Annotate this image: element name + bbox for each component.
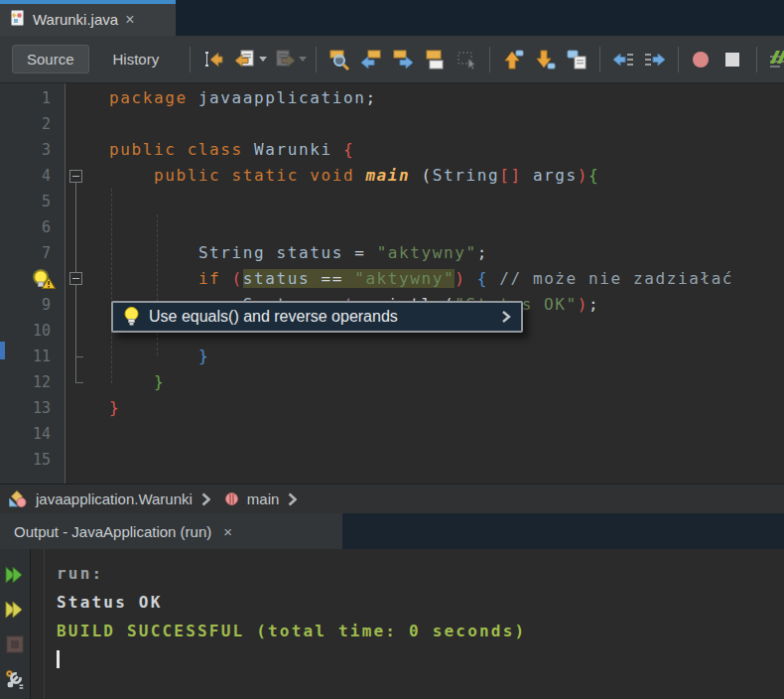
code-token: args (533, 166, 578, 185)
code-token (109, 269, 198, 288)
output-tab-close-icon[interactable]: × (223, 523, 232, 540)
line-number: 4 (0, 163, 65, 189)
code-line[interactable] (66, 214, 784, 240)
code-token: { (343, 140, 354, 159)
hint-bulb-warning-icon[interactable] (31, 268, 58, 299)
toolbar-separator (316, 47, 317, 72)
source-view-button[interactable]: Source (12, 45, 89, 73)
tab-close-icon[interactable]: × (125, 8, 134, 29)
code-token: public static void (154, 166, 354, 185)
code-token: javaapplication (198, 88, 366, 107)
output-lines: run:Status OKBUILD SUCCESSFUL (total tim… (57, 559, 784, 645)
fold-collapse-icon[interactable] (69, 170, 82, 183)
line-number: 14 (0, 421, 65, 447)
jump-last-edit-icon[interactable] (201, 48, 225, 71)
code-token (466, 269, 477, 288)
previous-occurrence-icon[interactable] (359, 48, 383, 71)
code-line[interactable]: public class Warunki { (66, 137, 784, 163)
shift-right-icon[interactable] (643, 48, 667, 71)
code-token: "aktywny" (354, 269, 455, 288)
next-occurrence-icon[interactable] (391, 48, 415, 71)
code-line[interactable] (66, 189, 784, 214)
record-macro-icon[interactable] (690, 48, 714, 71)
line-number: 12 (0, 369, 65, 395)
code-token: main (365, 166, 410, 185)
code-token (220, 269, 231, 288)
line-number: 7 (0, 240, 65, 266)
editor-hint-tooltip[interactable]: Use equals() and reverse operands (111, 301, 523, 333)
line-number: 6 (0, 214, 65, 240)
code-line[interactable] (66, 421, 784, 447)
move-down-icon[interactable] (533, 48, 557, 71)
duplicate-line-icon[interactable] (565, 48, 588, 71)
back-icon[interactable] (233, 48, 257, 71)
output-tab-bar: Output - JavaApplication (run) × (0, 513, 784, 549)
output-panel: run:Status OKBUILD SUCCESSFUL (total tim… (0, 549, 784, 699)
code-token (188, 88, 198, 107)
shift-left-icon[interactable] (611, 48, 635, 71)
code-token (109, 372, 154, 391)
line-number: 3 (0, 137, 65, 163)
code-line[interactable]: public static void main (String[] args){ (66, 163, 784, 189)
code-token: ) (578, 166, 588, 185)
output-console[interactable]: run:Status OKBUILD SUCCESSFUL (total tim… (44, 549, 784, 699)
code-line[interactable]: if (status == "aktywny") { // może nie z… (66, 266, 784, 292)
hint-bulb-icon (123, 307, 140, 327)
stop-macro-icon[interactable] (721, 48, 745, 71)
code-token: { (588, 166, 599, 185)
code-line[interactable]: } (66, 395, 784, 421)
find-selection-icon[interactable] (327, 48, 351, 71)
code-editor[interactable]: 12345679101112131415 package javaapplica… (0, 83, 784, 484)
code-token: ) (578, 295, 588, 314)
back-dropdown-icon[interactable] (259, 57, 267, 62)
move-up-icon[interactable] (501, 48, 525, 71)
rectangular-selection-icon[interactable] (455, 48, 478, 71)
toggle-comment-icon[interactable] (768, 48, 784, 71)
rerun-with-changes-icon[interactable] (4, 597, 26, 622)
fold-collapse-icon[interactable] (69, 272, 82, 285)
rerun-icon[interactable] (4, 562, 26, 587)
code-token (109, 166, 154, 185)
code-line[interactable] (66, 111, 784, 137)
line-number: 15 (0, 447, 65, 473)
output-tab-title: Output - JavaApplication (run) (14, 523, 211, 540)
code-token (243, 140, 254, 159)
ide-window: Warunki.java × Source History (0, 0, 784, 699)
forward-icon[interactable] (273, 48, 297, 71)
code-token: } (154, 372, 165, 391)
indent-guide (157, 214, 158, 355)
active-tab-accent (0, 0, 176, 4)
code-token: } (198, 347, 209, 365)
forward-dropdown-icon[interactable] (299, 57, 307, 62)
code-line[interactable] (66, 447, 784, 473)
line-number: 10 (0, 318, 65, 344)
code-token: ; (477, 243, 488, 262)
output-line: run: (57, 559, 784, 588)
hint-expand-chevron-icon[interactable] (501, 310, 511, 324)
toolbar-separator (190, 47, 191, 72)
code-line[interactable]: } (66, 344, 784, 369)
breadcrumb-item-method[interactable]: main (247, 490, 280, 507)
code-token: [] (499, 166, 521, 185)
history-view-button[interactable]: History (103, 46, 170, 72)
code-line[interactable]: package javaapplication; (66, 85, 784, 111)
code-line[interactable]: String status = "aktywny"; (66, 240, 784, 266)
toggle-highlight-icon[interactable] (423, 48, 447, 71)
breadcrumb-item-class[interactable]: javaapplication.Warunki (36, 490, 193, 507)
tab-output-run[interactable]: Output - JavaApplication (run) × (0, 513, 342, 549)
toolbar-separator (756, 47, 757, 72)
code-line[interactable]: } (66, 369, 784, 395)
stop-build-icon[interactable] (4, 631, 26, 656)
code-token: if (198, 269, 220, 288)
tab-warunki-java[interactable]: Warunki.java × (0, 0, 176, 36)
line-number: 13 (0, 395, 65, 421)
chevron-right-icon[interactable] (288, 492, 297, 506)
code-token: ( (232, 269, 243, 288)
build-settings-icon[interactable] (4, 666, 26, 691)
chevron-right-icon[interactable] (201, 492, 210, 506)
fold-foot (75, 356, 83, 357)
code-token: String (198, 243, 265, 262)
java-file-icon (10, 10, 26, 27)
toolbar-separator (489, 47, 490, 72)
code-token: ) (455, 269, 465, 288)
